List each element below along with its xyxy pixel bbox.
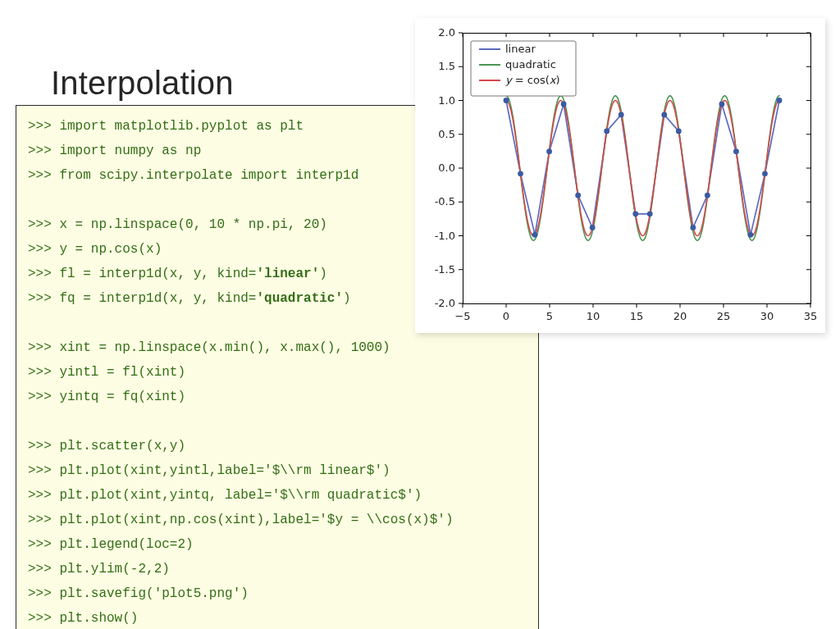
- svg-text:15: 15: [630, 310, 644, 322]
- svg-point-74: [777, 98, 783, 103]
- svg-text:−5: −5: [454, 310, 470, 322]
- chart-svg: -2.0-1.5-1.0-0.50.00.51.01.52.0−50510152…: [415, 18, 825, 333]
- svg-text:0.0: 0.0: [438, 162, 455, 174]
- svg-point-72: [748, 232, 754, 238]
- code-content: >>> import matplotlib.pyplot as plt >>> …: [28, 119, 453, 626]
- svg-text:-1.5: -1.5: [435, 263, 455, 276]
- svg-point-66: [661, 112, 667, 118]
- svg-point-59: [561, 102, 567, 107]
- svg-text:20: 20: [673, 310, 687, 322]
- svg-point-58: [546, 148, 552, 154]
- svg-point-61: [590, 225, 596, 230]
- page-title: Interpolation: [51, 65, 234, 102]
- svg-point-69: [705, 193, 710, 198]
- svg-point-63: [619, 112, 624, 118]
- svg-text:10: 10: [587, 310, 600, 322]
- svg-text:25: 25: [717, 310, 731, 322]
- svg-text:35: 35: [804, 310, 818, 322]
- interpolation-chart: -2.0-1.5-1.0-0.50.00.51.01.52.0−50510152…: [415, 18, 825, 333]
- svg-text:0: 0: [503, 310, 509, 322]
- svg-point-70: [719, 102, 725, 107]
- svg-text:1.5: 1.5: [438, 60, 455, 72]
- svg-text:2.0: 2.0: [438, 26, 455, 39]
- svg-text:linear: linear: [505, 43, 536, 55]
- svg-point-65: [647, 211, 653, 217]
- svg-point-64: [632, 211, 638, 217]
- svg-text:5: 5: [546, 310, 553, 322]
- svg-text:1.0: 1.0: [438, 94, 455, 107]
- svg-point-68: [690, 225, 696, 230]
- svg-text:0.5: 0.5: [438, 128, 455, 140]
- svg-point-71: [733, 148, 739, 154]
- svg-point-67: [676, 129, 682, 134]
- svg-point-62: [604, 129, 609, 134]
- svg-text:30: 30: [760, 310, 774, 322]
- svg-text:-2.0: -2.0: [435, 297, 455, 309]
- svg-point-56: [518, 171, 523, 176]
- svg-text:-1.0: -1.0: [435, 230, 455, 242]
- svg-point-60: [575, 193, 581, 198]
- svg-point-73: [762, 171, 768, 176]
- svg-text:y = cos(x): y = cos(x): [505, 74, 560, 86]
- svg-point-55: [504, 98, 509, 103]
- svg-text:quadratic: quadratic: [505, 58, 556, 71]
- svg-point-57: [532, 232, 538, 238]
- svg-text:-0.5: -0.5: [435, 195, 455, 207]
